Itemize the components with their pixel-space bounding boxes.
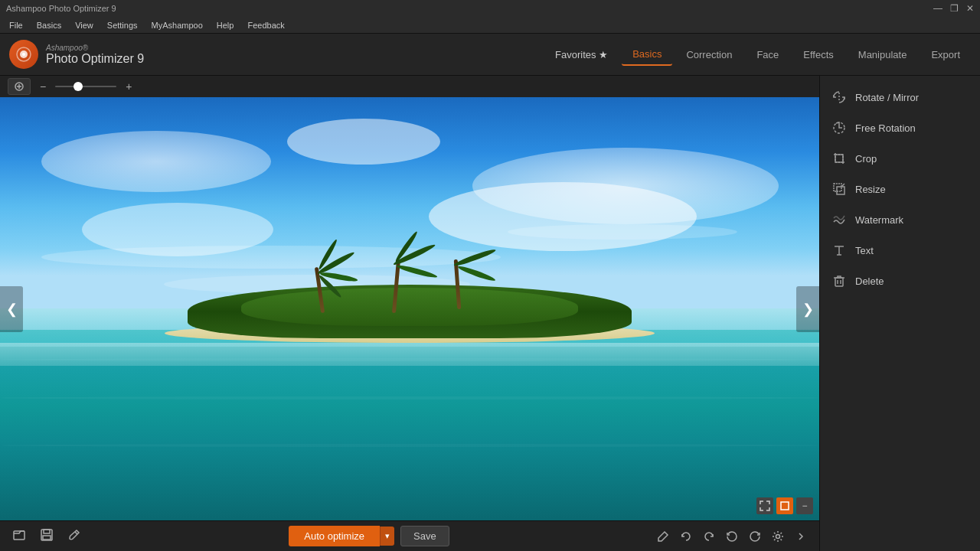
maximize-button[interactable]: ❐: [950, 3, 959, 14]
crop-icon: [831, 150, 848, 167]
svg-point-12: [776, 534, 780, 538]
beach-photo: [0, 97, 819, 520]
panel-rotate-mirror-label: Rotate / Mirror: [855, 92, 919, 103]
header: Ashampoo® Photo Optimizer 9 Favorites ★ …: [0, 34, 980, 76]
rotate-mirror-icon: [831, 89, 848, 106]
bottom-right-tools: [654, 527, 810, 546]
fit-view-button[interactable]: [756, 497, 773, 514]
panel-free-rotation-label: Free Rotation: [855, 122, 916, 134]
palm-tree-right: [456, 259, 459, 309]
settings-button[interactable]: [769, 527, 787, 546]
tab-favorites[interactable]: Favorites ★: [544, 44, 619, 65]
tab-effects[interactable]: Effects: [792, 44, 844, 65]
water-ripple-3: [0, 444, 819, 447]
auto-optimize-dropdown-button[interactable]: ▾: [380, 527, 394, 546]
text-icon: [831, 242, 848, 259]
prev-image-button[interactable]: ❮: [0, 286, 23, 332]
menu-myashampoo[interactable]: MyAshampoo: [145, 19, 209, 31]
tab-manipulate[interactable]: Manipulate: [848, 44, 918, 65]
palm-tree-center: [394, 259, 398, 313]
titlebar-controls: — ❐ ✕: [933, 3, 974, 14]
titlebar: Ashampoo Photo Optimizer 9 — ❐ ✕: [0, 0, 980, 17]
menubar: File Basics View Settings MyAshampoo Hel…: [0, 17, 980, 34]
zoom-out-small-button[interactable]: −: [796, 497, 813, 514]
menu-help[interactable]: Help: [211, 19, 240, 31]
zoom-slider[interactable]: [55, 86, 116, 87]
edit-tool-button[interactable]: [654, 527, 672, 546]
menu-basics[interactable]: Basics: [31, 19, 67, 31]
panel-rotate-mirror[interactable]: Rotate / Mirror: [820, 82, 980, 112]
bottom-center-tools: Auto optimize ▾ Save: [289, 526, 449, 546]
cloud-wisp-1: [41, 246, 501, 269]
tab-face[interactable]: Face: [746, 44, 789, 65]
svg-rect-9: [44, 530, 50, 533]
tab-correction[interactable]: Correction: [675, 44, 743, 65]
bottom-left-tools: [9, 525, 84, 548]
more-options-button[interactable]: [792, 527, 810, 546]
undo-button[interactable]: [677, 527, 695, 546]
close-button[interactable]: ✕: [966, 3, 974, 14]
panel-text[interactable]: Text: [820, 235, 980, 266]
logo-text: Ashampoo® Photo Optimizer 9: [46, 44, 144, 66]
main: − +: [0, 76, 980, 551]
panel-crop[interactable]: Crop: [820, 143, 980, 174]
palm-tree-left: [318, 267, 322, 313]
bottom-toolbar: Auto optimize ▾ Save: [0, 520, 819, 551]
logo-icon: [9, 40, 38, 69]
free-rotation-icon: [831, 119, 848, 136]
auto-optimize-button[interactable]: Auto optimize: [289, 526, 380, 546]
rotate-left-button[interactable]: [723, 527, 741, 546]
cloud-2: [287, 119, 440, 165]
panel-delete[interactable]: Delete: [820, 266, 980, 296]
svg-rect-22: [835, 278, 843, 286]
logo-product: Photo Optimizer 9: [46, 52, 144, 66]
menu-settings[interactable]: Settings: [101, 19, 144, 31]
resize-icon: [831, 181, 848, 197]
minimize-button[interactable]: —: [933, 3, 942, 14]
tab-export[interactable]: Export: [920, 44, 971, 65]
zoom-bar: − +: [0, 76, 819, 97]
save-copy-icon[interactable]: [37, 525, 57, 548]
water-ripple-2: [0, 396, 819, 399]
zoom-out-small-icon: −: [802, 500, 807, 511]
cloud-1: [41, 131, 271, 192]
logo-area: Ashampoo® Photo Optimizer 9: [9, 40, 144, 69]
right-panel: Rotate / Mirror Free Rotation: [819, 76, 980, 551]
svg-rect-16: [834, 184, 841, 191]
view-controls-overlay: −: [756, 497, 813, 514]
panel-crop-label: Crop: [855, 153, 877, 165]
zoom-minus-button[interactable]: −: [37, 80, 49, 93]
svg-rect-17: [837, 187, 844, 194]
save-button[interactable]: Save: [400, 526, 449, 546]
menu-view[interactable]: View: [69, 19, 100, 31]
cloud-5: [429, 182, 697, 251]
actual-size-button[interactable]: [776, 497, 793, 514]
svg-rect-10: [43, 536, 51, 540]
image-area: ❮ ❯: [0, 97, 819, 520]
zoom-slider-thumb[interactable]: [74, 82, 83, 91]
menu-file[interactable]: File: [3, 19, 29, 31]
next-image-button[interactable]: ❯: [796, 286, 819, 332]
open-file-icon[interactable]: [9, 525, 29, 548]
redo-button[interactable]: [700, 527, 718, 546]
svg-point-2: [22, 53, 25, 56]
delete-icon: [831, 272, 848, 289]
panel-free-rotation[interactable]: Free Rotation: [820, 112, 980, 143]
brush-icon[interactable]: [64, 525, 84, 548]
titlebar-title: Ashampoo Photo Optimizer 9: [6, 4, 116, 13]
panel-delete-label: Delete: [855, 276, 884, 287]
zoom-plus-button[interactable]: +: [122, 80, 135, 93]
panel-resize-label: Resize: [855, 184, 886, 195]
horizon-haze: [0, 343, 819, 366]
rotate-right-button[interactable]: [746, 527, 764, 546]
menu-feedback[interactable]: Feedback: [241, 19, 290, 31]
nav-tabs: Favorites ★ Basics Correction Face Effec…: [544, 44, 971, 66]
panel-resize[interactable]: Resize: [820, 174, 980, 204]
titlebar-title-text: Ashampoo Photo Optimizer 9: [6, 4, 116, 13]
island-top-greenery: [241, 288, 578, 326]
zoom-nav-button[interactable]: [8, 78, 31, 95]
svg-line-11: [75, 532, 77, 534]
svg-rect-15: [835, 155, 843, 162]
panel-watermark[interactable]: Watermark: [820, 204, 980, 235]
tab-basics[interactable]: Basics: [622, 44, 672, 66]
